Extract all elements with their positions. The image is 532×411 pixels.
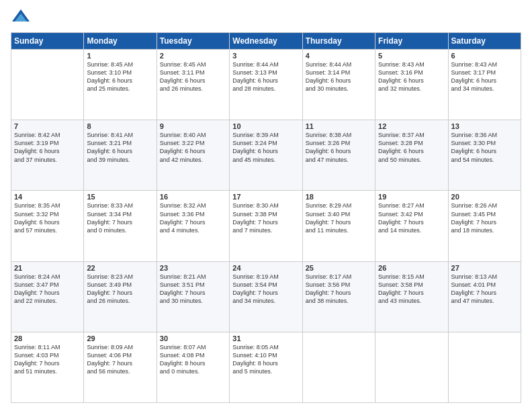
- day-info: Sunrise: 8:36 AMSunset: 3:30 PMDaylight:…: [451, 131, 518, 164]
- week-row-1: 1Sunrise: 8:45 AMSunset: 3:10 PMDaylight…: [11, 50, 521, 120]
- day-info: Sunrise: 8:17 AMSunset: 3:56 PMDaylight:…: [306, 273, 372, 306]
- day-cell: 29Sunrise: 8:09 AMSunset: 4:06 PMDayligh…: [84, 332, 157, 402]
- day-number: 26: [378, 264, 445, 272]
- day-number: 1: [87, 52, 153, 60]
- header: [11, 8, 521, 28]
- day-cell: 16Sunrise: 8:32 AMSunset: 3:36 PMDayligh…: [157, 191, 229, 261]
- day-number: 9: [160, 122, 226, 130]
- weekday-header-monday: Monday: [84, 33, 157, 50]
- day-info: Sunrise: 8:15 AMSunset: 3:58 PMDaylight:…: [378, 273, 445, 306]
- day-cell: 23Sunrise: 8:21 AMSunset: 3:51 PMDayligh…: [157, 261, 229, 332]
- day-info: Sunrise: 8:29 AMSunset: 3:40 PMDaylight:…: [306, 201, 372, 234]
- day-number: 5: [378, 52, 445, 60]
- day-cell: [375, 332, 448, 402]
- weekday-header-wednesday: Wednesday: [230, 33, 302, 50]
- day-cell: 13Sunrise: 8:36 AMSunset: 3:30 PMDayligh…: [448, 120, 521, 191]
- day-number: 31: [232, 334, 299, 342]
- day-number: 25: [306, 264, 372, 272]
- day-cell: [11, 50, 84, 120]
- day-info: Sunrise: 8:45 AMSunset: 3:11 PMDaylight:…: [160, 60, 226, 93]
- weekday-header-tuesday: Tuesday: [157, 33, 229, 50]
- day-number: 24: [232, 264, 299, 272]
- day-cell: 25Sunrise: 8:17 AMSunset: 3:56 PMDayligh…: [302, 261, 375, 332]
- day-info: Sunrise: 8:21 AMSunset: 3:51 PMDaylight:…: [160, 273, 226, 306]
- day-cell: 2Sunrise: 8:45 AMSunset: 3:11 PMDaylight…: [157, 50, 229, 120]
- day-number: 14: [14, 193, 81, 201]
- week-row-4: 21Sunrise: 8:24 AMSunset: 3:47 PMDayligh…: [11, 261, 521, 332]
- day-number: 23: [160, 264, 226, 272]
- day-info: Sunrise: 8:27 AMSunset: 3:42 PMDaylight:…: [378, 201, 445, 234]
- day-info: Sunrise: 8:41 AMSunset: 3:21 PMDaylight:…: [87, 131, 153, 164]
- day-number: 17: [232, 193, 299, 201]
- day-cell: 28Sunrise: 8:11 AMSunset: 4:03 PMDayligh…: [11, 332, 84, 402]
- day-info: Sunrise: 8:37 AMSunset: 3:28 PMDaylight:…: [378, 131, 445, 164]
- day-number: 28: [14, 334, 81, 342]
- day-number: 21: [14, 264, 81, 272]
- day-info: Sunrise: 8:40 AMSunset: 3:22 PMDaylight:…: [160, 131, 226, 164]
- weekday-header-saturday: Saturday: [448, 33, 521, 50]
- week-row-2: 7Sunrise: 8:42 AMSunset: 3:19 PMDaylight…: [11, 120, 521, 191]
- day-info: Sunrise: 8:35 AMSunset: 3:32 PMDaylight:…: [14, 201, 81, 234]
- day-info: Sunrise: 8:42 AMSunset: 3:19 PMDaylight:…: [14, 131, 81, 164]
- day-cell: 8Sunrise: 8:41 AMSunset: 3:21 PMDaylight…: [84, 120, 157, 191]
- day-info: Sunrise: 8:23 AMSunset: 3:49 PMDaylight:…: [87, 273, 153, 306]
- day-number: 11: [306, 122, 372, 130]
- day-cell: 21Sunrise: 8:24 AMSunset: 3:47 PMDayligh…: [11, 261, 84, 332]
- day-number: 22: [87, 264, 153, 272]
- day-number: 10: [232, 122, 299, 130]
- day-info: Sunrise: 8:33 AMSunset: 3:34 PMDaylight:…: [87, 201, 153, 234]
- day-number: 18: [306, 193, 372, 201]
- day-number: 13: [451, 122, 518, 130]
- day-number: 30: [160, 334, 226, 342]
- day-info: Sunrise: 8:44 AMSunset: 3:13 PMDaylight:…: [232, 60, 299, 93]
- day-number: 6: [451, 52, 518, 60]
- day-cell: 7Sunrise: 8:42 AMSunset: 3:19 PMDaylight…: [11, 120, 84, 191]
- logo-icon: [11, 8, 31, 28]
- day-cell: 11Sunrise: 8:38 AMSunset: 3:26 PMDayligh…: [302, 120, 375, 191]
- day-number: 3: [232, 52, 299, 60]
- day-cell: 3Sunrise: 8:44 AMSunset: 3:13 PMDaylight…: [230, 50, 302, 120]
- day-number: 8: [87, 122, 153, 130]
- day-info: Sunrise: 8:44 AMSunset: 3:14 PMDaylight:…: [306, 60, 372, 93]
- day-info: Sunrise: 8:24 AMSunset: 3:47 PMDaylight:…: [14, 273, 81, 306]
- day-info: Sunrise: 8:19 AMSunset: 3:54 PMDaylight:…: [232, 273, 299, 306]
- day-number: 19: [378, 193, 445, 201]
- week-row-3: 14Sunrise: 8:35 AMSunset: 3:32 PMDayligh…: [11, 191, 521, 261]
- day-cell: 18Sunrise: 8:29 AMSunset: 3:40 PMDayligh…: [302, 191, 375, 261]
- day-info: Sunrise: 8:39 AMSunset: 3:24 PMDaylight:…: [232, 131, 299, 164]
- day-info: Sunrise: 8:13 AMSunset: 4:01 PMDaylight:…: [451, 273, 518, 306]
- calendar-page: SundayMondayTuesdayWednesdayThursdayFrid…: [0, 0, 532, 411]
- day-cell: 15Sunrise: 8:33 AMSunset: 3:34 PMDayligh…: [84, 191, 157, 261]
- day-cell: 17Sunrise: 8:30 AMSunset: 3:38 PMDayligh…: [230, 191, 302, 261]
- logo: [11, 8, 34, 28]
- day-number: 20: [451, 193, 518, 201]
- day-cell: 4Sunrise: 8:44 AMSunset: 3:14 PMDaylight…: [302, 50, 375, 120]
- day-number: 16: [160, 193, 226, 201]
- day-cell: 24Sunrise: 8:19 AMSunset: 3:54 PMDayligh…: [230, 261, 302, 332]
- day-info: Sunrise: 8:43 AMSunset: 3:17 PMDaylight:…: [451, 60, 518, 93]
- day-cell: 9Sunrise: 8:40 AMSunset: 3:22 PMDaylight…: [157, 120, 229, 191]
- weekday-header-thursday: Thursday: [302, 33, 375, 50]
- day-info: Sunrise: 8:38 AMSunset: 3:26 PMDaylight:…: [306, 131, 372, 164]
- calendar-table: SundayMondayTuesdayWednesdayThursdayFrid…: [11, 32, 521, 403]
- day-cell: 14Sunrise: 8:35 AMSunset: 3:32 PMDayligh…: [11, 191, 84, 261]
- day-cell: 10Sunrise: 8:39 AMSunset: 3:24 PMDayligh…: [230, 120, 302, 191]
- day-cell: 31Sunrise: 8:05 AMSunset: 4:10 PMDayligh…: [230, 332, 302, 402]
- day-cell: 20Sunrise: 8:26 AMSunset: 3:45 PMDayligh…: [448, 191, 521, 261]
- weekday-header-sunday: Sunday: [11, 33, 84, 50]
- day-number: 29: [87, 334, 153, 342]
- day-number: 2: [160, 52, 226, 60]
- weekday-header-row: SundayMondayTuesdayWednesdayThursdayFrid…: [11, 33, 521, 50]
- week-row-5: 28Sunrise: 8:11 AMSunset: 4:03 PMDayligh…: [11, 332, 521, 402]
- day-number: 27: [451, 264, 518, 272]
- day-info: Sunrise: 8:32 AMSunset: 3:36 PMDaylight:…: [160, 201, 226, 234]
- day-cell: 19Sunrise: 8:27 AMSunset: 3:42 PMDayligh…: [375, 191, 448, 261]
- day-info: Sunrise: 8:09 AMSunset: 4:06 PMDaylight:…: [87, 343, 153, 376]
- day-info: Sunrise: 8:30 AMSunset: 3:38 PMDaylight:…: [232, 201, 299, 234]
- day-info: Sunrise: 8:05 AMSunset: 4:10 PMDaylight:…: [232, 343, 299, 376]
- day-number: 4: [306, 52, 372, 60]
- day-cell: [302, 332, 375, 402]
- day-number: 7: [14, 122, 81, 130]
- day-info: Sunrise: 8:45 AMSunset: 3:10 PMDaylight:…: [87, 60, 153, 93]
- day-info: Sunrise: 8:11 AMSunset: 4:03 PMDaylight:…: [14, 343, 81, 376]
